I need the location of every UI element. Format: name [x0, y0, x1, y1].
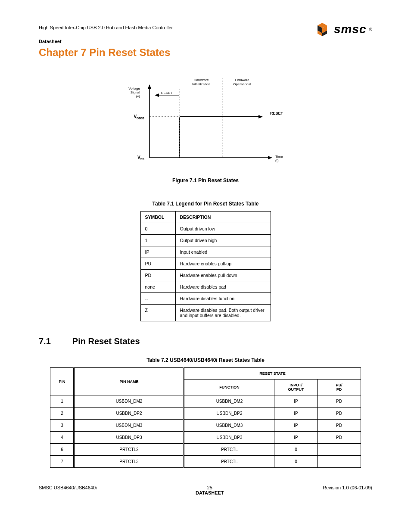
table-row: 2USBDN_DP2USBDN_DP2IPPD [50, 408, 361, 420]
svg-text:Hardware: Hardware [194, 78, 209, 82]
svg-text:Initialization: Initialization [192, 82, 210, 86]
pin-reset-figure: Voltage Signal (v) VDD33 VSS RESET Hardw… [124, 76, 287, 171]
table-row: 4USBDN_DP3USBDN_DP3IPPD [50, 432, 361, 444]
table-row: --Hardware disables function [140, 293, 271, 305]
smsc-logo: smsc ® [313, 22, 372, 37]
logo-reg: ® [369, 27, 372, 32]
th-pin: PIN [50, 368, 74, 395]
footer-right: Revision 1.0 (06-01-09) [323, 485, 372, 495]
svg-text:RESET: RESET [161, 91, 173, 95]
datasheet-label: Datasheet [39, 39, 173, 44]
logo-text: smsc [334, 22, 367, 36]
footer-left: SMSC USB4640/USB4640i [39, 485, 97, 495]
table-row: 1USBDN_DM2USBDN_DM2IPPD [50, 395, 361, 408]
table-row: 7PRTCTL3PRTCTL0-- [50, 456, 361, 468]
table-row: IPInput enabled [140, 246, 271, 258]
chapter-title: Chapter 7 Pin Reset States [39, 47, 173, 59]
svg-text:(t): (t) [275, 159, 279, 162]
th-pin-name: PIN NAME [74, 368, 184, 395]
svg-text:(v): (v) [136, 94, 140, 98]
doc-title: High Speed Inter-Chip USB 2.0 Hub and Fl… [39, 25, 173, 30]
svg-text:Firmware: Firmware [235, 78, 249, 82]
th-reset-state: RESET STATE [184, 368, 361, 380]
legend-caption: Table 7.1 Legend for Pin Reset States Ta… [39, 201, 372, 207]
table-row: 3USBDN_DM3USBDN_DM3IPPD [50, 420, 361, 432]
table-row: PDHardware enables pull-down [140, 270, 271, 281]
figure-caption: Figure 7.1 Pin Reset States [39, 177, 372, 184]
reset-table: PIN PIN NAME RESET STATE FUNCTION INPUT/… [50, 367, 361, 468]
section-num: 7.1 [39, 336, 51, 346]
svg-text:VDD33: VDD33 [134, 114, 144, 120]
svg-marker-14 [155, 93, 159, 97]
svg-text:VSS: VSS [137, 155, 144, 161]
table-row: ZHardware disables pad. Both output driv… [140, 305, 271, 321]
table-row: noneHardware disables pad [140, 281, 271, 293]
th-function: FUNCTION [184, 380, 274, 395]
th-pupd: PU/ PD [318, 380, 361, 395]
svg-text:RESET: RESET [270, 111, 283, 115]
svg-marker-8 [268, 156, 272, 159]
svg-marker-12 [258, 115, 263, 118]
legend-col-symbol: Symbol [140, 212, 175, 223]
svg-text:Signal: Signal [131, 90, 140, 94]
legend-col-desc: Description [175, 212, 271, 223]
section-title: Pin Reset States [72, 336, 140, 346]
table-row: PUHardware enables pull-up [140, 258, 271, 270]
svg-text:Voltage: Voltage [128, 87, 140, 90]
th-io: INPUT/ OUTPUT [274, 380, 318, 395]
table-row: 0Output driven low [140, 223, 271, 235]
table-row: 6PRTCTL2PRTCTL0-- [50, 444, 361, 456]
svg-text:Time: Time [275, 155, 283, 159]
table-row: 1Output driven high [140, 235, 271, 246]
svg-text:Operational: Operational [233, 82, 251, 86]
legend-table: Symbol Description 0Output driven low1Ou… [140, 211, 271, 321]
footer-datasheet: DATASHEET [97, 490, 323, 495]
svg-marker-6 [148, 84, 151, 89]
reset-table-caption: Table 7.2 USB4640/USB4640i Reset States … [39, 357, 372, 363]
footer-page: 25 [97, 485, 323, 490]
logo-cube-icon [313, 22, 331, 37]
